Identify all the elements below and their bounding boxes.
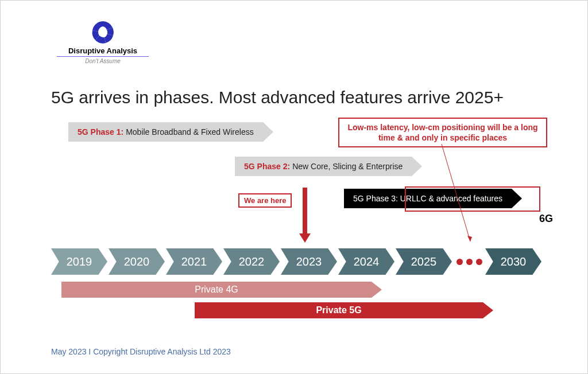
timeline-ellipsis-icon: [453, 248, 485, 275]
private-4g-label: Private 4G: [61, 282, 372, 298]
year-chevron: 2020: [109, 248, 165, 275]
brand-logo-icon: [90, 19, 116, 45]
year-chevron: 2019: [51, 248, 107, 275]
year-chevron: 2024: [338, 248, 394, 275]
phase1-label: 5G Phase 1:: [78, 127, 123, 137]
phase1-arrow: 5G Phase 1: Mobile Broadband & Fixed Wir…: [68, 122, 338, 142]
brand-logo: Disruptive Analysis Don't Assume: [57, 19, 149, 64]
year-chevron: 2025: [396, 248, 452, 275]
we-are-here-label: We are here: [238, 193, 292, 208]
private-5g-label: Private 5G: [195, 302, 483, 318]
phase1-text: Mobile Broadband & Fixed Wireless: [126, 127, 254, 137]
phase3-label: 5G Phase 3:: [353, 194, 398, 203]
year-chevron: 2023: [281, 248, 337, 275]
we-are-here-arrow-icon: [299, 188, 311, 243]
phase2-label: 5G Phase 2:: [244, 162, 290, 171]
page-title: 5G arrives in phases. Most advanced feat…: [51, 88, 504, 107]
private-4g-arrow: Private 4G: [61, 282, 382, 298]
brand-tagline: Don't Assume: [57, 58, 149, 64]
year-chevron: 2022: [223, 248, 280, 275]
svg-line-0: [442, 144, 470, 241]
svg-marker-1: [467, 236, 472, 241]
year-chevron: 2021: [166, 248, 222, 275]
latency-callout: Low-ms latency, low-cm positioning will …: [338, 118, 547, 147]
year-chevron: 2030: [485, 248, 541, 275]
footer-copyright: May 2023 I Copyright Disruptive Analysis…: [51, 347, 231, 356]
private-5g-arrow: Private 5G: [195, 302, 493, 318]
sixg-label: 6G: [539, 213, 553, 225]
phase2-text: New Core, Slicing & Enterprise: [292, 162, 403, 171]
brand-name: Disruptive Analysis: [57, 46, 149, 57]
year-timeline: 2019 2020 2021 2022 2023 2024 2025 2030: [51, 248, 543, 275]
callout-connector-line: [439, 144, 473, 241]
